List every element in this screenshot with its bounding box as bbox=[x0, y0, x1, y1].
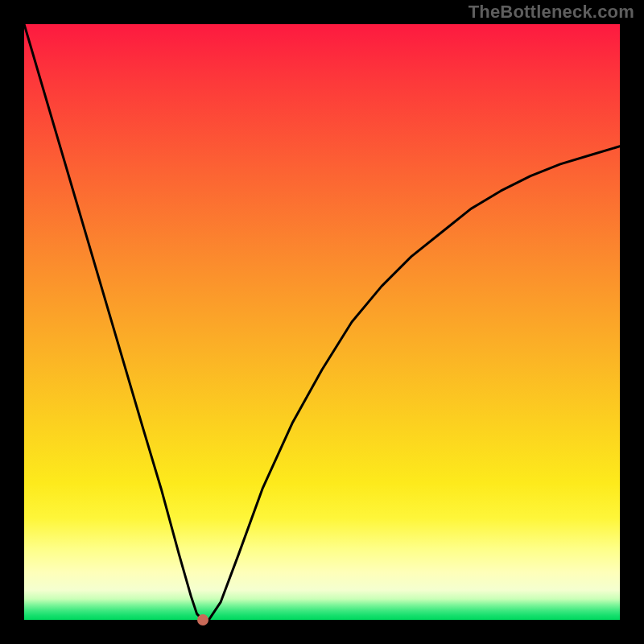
plot-area bbox=[24, 24, 620, 620]
chart-frame: TheBottleneck.com bbox=[0, 0, 644, 644]
minimum-marker bbox=[197, 614, 208, 625]
watermark-text: TheBottleneck.com bbox=[469, 2, 634, 23]
curve-path bbox=[24, 24, 620, 620]
bottleneck-curve bbox=[24, 24, 620, 620]
